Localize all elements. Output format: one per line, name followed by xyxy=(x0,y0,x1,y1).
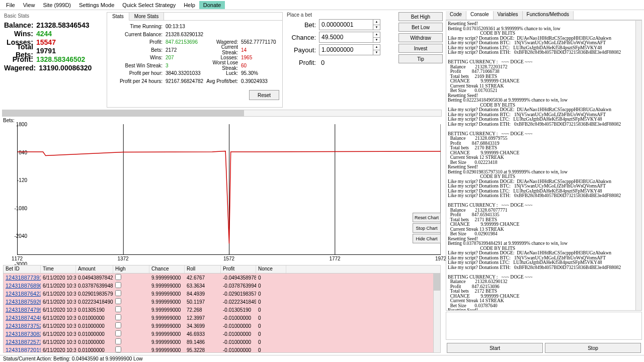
status-bar: Status/Current Action: Betting: 0.049435… xyxy=(0,355,644,362)
bet-id-link[interactable]: 124318877391 xyxy=(6,275,41,281)
losses-value: 15547 xyxy=(36,38,102,46)
table-row[interactable]: 1243188773916/11/2020 10:34:...0.0494389… xyxy=(4,274,440,282)
bet-id-link[interactable]: 124318874799 xyxy=(6,307,41,313)
bets-table: Bet ID Time Amount High Chance Roll Prof… xyxy=(3,265,441,353)
menu-view[interactable]: View xyxy=(19,1,39,9)
bet-actions: Bet High Bet Low Withdraw Invest Tip xyxy=(397,10,444,110)
tab-code[interactable]: Code xyxy=(446,11,466,20)
tab-console[interactable]: Console xyxy=(466,11,494,20)
bet-spinner[interactable]: ▲▼ xyxy=(373,19,380,30)
high-checkbox[interactable] xyxy=(115,346,121,352)
table-row[interactable]: 1243188764236/11/2020 10:34:...0.0290198… xyxy=(4,290,440,298)
payout-input[interactable] xyxy=(319,44,373,55)
tab-variables[interactable]: Variables xyxy=(494,11,523,20)
bet-id-link[interactable]: 124318873752 xyxy=(6,323,41,329)
high-checkbox[interactable] xyxy=(115,314,121,320)
tab-more-stats[interactable]: More Stats xyxy=(129,13,164,20)
high-checkbox[interactable] xyxy=(115,290,121,296)
high-checkbox[interactable] xyxy=(115,274,121,280)
bet-panel: Place a bet Bet:▲▼ Chance:▲▼ Payout:▲▼ P… xyxy=(284,10,397,110)
profit-chart: 1800840-120-1080-2040-3000 1172137215721… xyxy=(3,124,441,264)
bet-profit-value: 0 xyxy=(319,59,325,66)
table-row[interactable]: 1243188720196/11/2020 10:34:...0.0100000… xyxy=(4,346,440,353)
profit-value: 1328.58346502 xyxy=(36,55,102,63)
menu-quick[interactable]: Quick Select Strategy xyxy=(118,1,180,9)
bet-id-link[interactable]: 124318873083 xyxy=(6,331,41,337)
bet-input[interactable] xyxy=(319,19,373,30)
table-scrollbar[interactable] xyxy=(433,274,440,352)
high-checkbox[interactable] xyxy=(115,282,121,288)
hide-chart-button[interactable]: Hide Chart xyxy=(413,234,441,243)
high-checkbox[interactable] xyxy=(115,298,121,304)
start-button[interactable]: Start xyxy=(447,343,543,353)
table-row[interactable]: 1243188730836/11/2020 10:34:...0.0100000… xyxy=(4,330,440,338)
menu-settings[interactable]: Settings Mode xyxy=(75,1,118,9)
bet-id-link[interactable]: 124318876423 xyxy=(6,291,41,297)
table-row[interactable]: 1243188759266/11/2020 10:34:...0.0222341… xyxy=(4,298,440,306)
balance-value: 21328.58346543 xyxy=(36,21,102,29)
payout-spinner[interactable]: ▲▼ xyxy=(373,44,380,55)
tab-functions[interactable]: Functions/Methods xyxy=(523,11,574,20)
table-row[interactable]: 1243188747996/11/2020 10:34:...0.0130519… xyxy=(4,306,440,314)
bets-label: Bets: xyxy=(0,117,444,124)
high-checkbox[interactable] xyxy=(115,330,121,336)
wagered-value: 13190.00086320 xyxy=(39,64,102,72)
bet-id-link[interactable]: 124318875926 xyxy=(6,299,41,305)
high-checkbox[interactable] xyxy=(115,338,121,344)
wins-value: 4244 xyxy=(36,30,102,38)
tip-button[interactable]: Tip xyxy=(398,54,443,63)
menu-help[interactable]: Help xyxy=(180,1,199,9)
menu-site[interactable]: Site (999D) xyxy=(39,1,75,9)
console-scrollbar[interactable] xyxy=(635,21,641,310)
reset-chart-button[interactable]: Reset Chart xyxy=(413,213,441,222)
reset-stats-button[interactable]: Reset xyxy=(249,90,279,100)
console-output[interactable]: Resetting Seed! Betting 0.017035209361 a… xyxy=(446,20,642,311)
chance-spinner[interactable]: ▲▼ xyxy=(373,32,380,43)
stop-button[interactable]: Stop xyxy=(545,343,641,353)
withdraw-button[interactable]: Withdraw xyxy=(398,33,443,42)
invest-button[interactable]: Invest xyxy=(398,44,443,53)
bet-low-button[interactable]: Bet Low xyxy=(398,23,443,32)
bet-id-link[interactable]: 124318874248 xyxy=(6,315,41,321)
console-input[interactable] xyxy=(446,312,642,340)
table-row[interactable]: 1243188725736/11/2020 10:34:...0.0100000… xyxy=(4,338,440,346)
tab-stats[interactable]: Stats xyxy=(107,13,129,21)
table-row[interactable]: 1243188737526/11/2020 10:34:...0.0100000… xyxy=(4,322,440,330)
stop-chart-button[interactable]: Stop Chart xyxy=(413,223,441,233)
h-scrollbar[interactable] xyxy=(2,110,442,117)
menu-donate[interactable]: Donate xyxy=(199,1,225,9)
chance-input[interactable] xyxy=(319,32,373,43)
basic-stats: Basic Stats Balance:21328.58346543 Wins:… xyxy=(0,10,106,110)
bet-id-link[interactable]: 124318876890 xyxy=(6,283,41,289)
bet-high-button[interactable]: Bet High xyxy=(398,12,443,21)
totalbets-value: 19791 xyxy=(36,47,102,55)
bet-id-link[interactable]: 124318872573 xyxy=(6,339,41,345)
table-row[interactable]: 1243188742486/11/2020 10:34:...0.0100000… xyxy=(4,314,440,322)
table-row[interactable]: 1243188768906/11/2020 10:34:...0.0378763… xyxy=(4,282,440,290)
bet-id-link[interactable]: 124318872019 xyxy=(6,347,41,353)
high-checkbox[interactable] xyxy=(115,306,121,312)
stats-panel: Stats More Stats Time Running:00:13:13 C… xyxy=(107,12,283,108)
high-checkbox[interactable] xyxy=(115,322,121,328)
menubar: File View Site (999D) Settings Mode Quic… xyxy=(0,0,644,10)
menu-file[interactable]: File xyxy=(2,1,19,9)
basic-title: Basic Stats xyxy=(4,13,102,19)
